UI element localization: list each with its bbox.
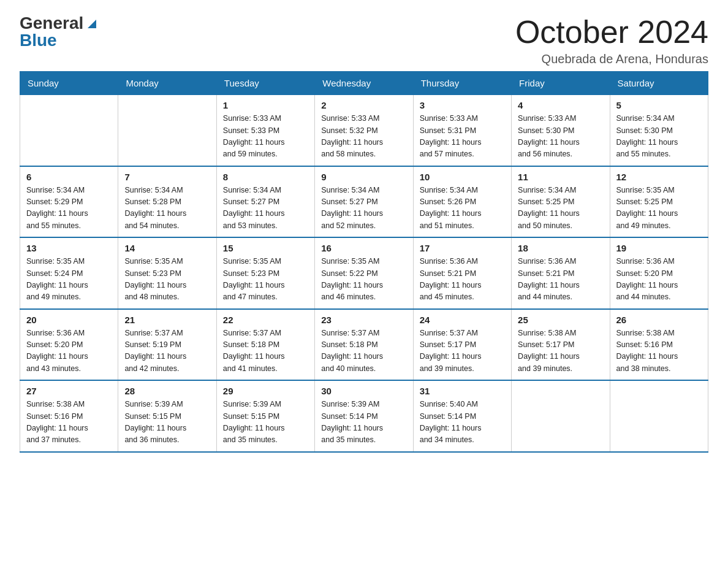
day-info: Sunrise: 5:34 AM Sunset: 5:25 PM Dayligh… <box>518 185 603 232</box>
day-number: 25 <box>518 315 603 325</box>
day-info: Sunrise: 5:39 AM Sunset: 5:15 PM Dayligh… <box>223 399 308 446</box>
calendar-cell: 4Sunrise: 5:33 AM Sunset: 5:30 PM Daylig… <box>512 95 610 166</box>
day-number: 9 <box>321 172 406 182</box>
month-title: October 2024 <box>515 15 708 50</box>
calendar-cell: 24Sunrise: 5:37 AM Sunset: 5:17 PM Dayli… <box>413 309 511 381</box>
day-number: 27 <box>26 386 112 396</box>
page-header: General Blue October 2024 Quebrada de Ar… <box>20 15 708 66</box>
location-title: Quebrada de Arena, Honduras <box>515 52 708 66</box>
day-info: Sunrise: 5:34 AM Sunset: 5:27 PM Dayligh… <box>223 185 308 232</box>
day-number: 6 <box>26 172 112 182</box>
calendar-cell: 11Sunrise: 5:34 AM Sunset: 5:25 PM Dayli… <box>512 166 610 238</box>
day-number: 30 <box>321 386 406 396</box>
logo-blue-text: Blue <box>20 32 57 49</box>
day-number: 8 <box>223 172 308 182</box>
calendar-week-row: 6Sunrise: 5:34 AM Sunset: 5:29 PM Daylig… <box>20 166 708 238</box>
day-number: 22 <box>223 315 308 325</box>
day-info: Sunrise: 5:36 AM Sunset: 5:21 PM Dayligh… <box>518 256 603 304</box>
day-number: 11 <box>518 172 603 182</box>
day-number: 19 <box>616 243 702 253</box>
calendar-cell: 3Sunrise: 5:33 AM Sunset: 5:31 PM Daylig… <box>413 95 511 166</box>
weekday-header-tuesday: Tuesday <box>216 72 314 95</box>
day-info: Sunrise: 5:40 AM Sunset: 5:14 PM Dayligh… <box>420 399 505 446</box>
day-number: 24 <box>420 315 505 325</box>
weekday-header-sunday: Sunday <box>20 72 118 95</box>
day-info: Sunrise: 5:38 AM Sunset: 5:16 PM Dayligh… <box>616 327 702 375</box>
day-number: 7 <box>124 172 210 182</box>
day-info: Sunrise: 5:38 AM Sunset: 5:17 PM Dayligh… <box>518 327 603 375</box>
day-number: 5 <box>616 100 702 110</box>
calendar-cell: 31Sunrise: 5:40 AM Sunset: 5:14 PM Dayli… <box>413 380 511 452</box>
calendar-cell <box>118 95 216 166</box>
day-number: 14 <box>124 243 210 253</box>
day-number: 2 <box>321 100 406 110</box>
day-number: 21 <box>124 315 210 325</box>
logo: General Blue <box>20 15 99 49</box>
calendar-cell <box>20 95 118 166</box>
calendar-cell: 22Sunrise: 5:37 AM Sunset: 5:18 PM Dayli… <box>216 309 314 381</box>
calendar-cell: 6Sunrise: 5:34 AM Sunset: 5:29 PM Daylig… <box>20 166 118 238</box>
weekday-header-row: SundayMondayTuesdayWednesdayThursdayFrid… <box>20 72 708 95</box>
calendar-cell: 30Sunrise: 5:39 AM Sunset: 5:14 PM Dayli… <box>315 380 413 452</box>
day-info: Sunrise: 5:35 AM Sunset: 5:23 PM Dayligh… <box>223 256 308 304</box>
calendar-cell: 9Sunrise: 5:34 AM Sunset: 5:27 PM Daylig… <box>315 166 413 238</box>
calendar-cell: 2Sunrise: 5:33 AM Sunset: 5:32 PM Daylig… <box>315 95 413 166</box>
calendar-week-row: 20Sunrise: 5:36 AM Sunset: 5:20 PM Dayli… <box>20 309 708 381</box>
day-info: Sunrise: 5:37 AM Sunset: 5:18 PM Dayligh… <box>223 327 308 375</box>
calendar-week-row: 13Sunrise: 5:35 AM Sunset: 5:24 PM Dayli… <box>20 237 708 309</box>
day-info: Sunrise: 5:35 AM Sunset: 5:25 PM Dayligh… <box>616 185 702 232</box>
title-section: October 2024 Quebrada de Arena, Honduras <box>515 15 708 66</box>
day-info: Sunrise: 5:39 AM Sunset: 5:15 PM Dayligh… <box>124 399 210 446</box>
weekday-header-monday: Monday <box>118 72 216 95</box>
logo-triangle-icon <box>85 17 99 31</box>
day-info: Sunrise: 5:37 AM Sunset: 5:19 PM Dayligh… <box>124 327 210 375</box>
day-number: 12 <box>616 172 702 182</box>
day-number: 26 <box>616 315 702 325</box>
day-number: 18 <box>518 243 603 253</box>
day-number: 20 <box>26 315 112 325</box>
calendar-cell: 13Sunrise: 5:35 AM Sunset: 5:24 PM Dayli… <box>20 237 118 309</box>
day-info: Sunrise: 5:34 AM Sunset: 5:30 PM Dayligh… <box>616 113 702 161</box>
day-info: Sunrise: 5:39 AM Sunset: 5:14 PM Dayligh… <box>321 399 406 446</box>
calendar-cell: 15Sunrise: 5:35 AM Sunset: 5:23 PM Dayli… <box>216 237 314 309</box>
day-info: Sunrise: 5:37 AM Sunset: 5:18 PM Dayligh… <box>321 327 406 375</box>
svg-marker-0 <box>88 20 96 28</box>
day-number: 17 <box>420 243 505 253</box>
day-number: 1 <box>223 100 308 110</box>
day-info: Sunrise: 5:33 AM Sunset: 5:33 PM Dayligh… <box>223 113 308 161</box>
calendar-cell: 28Sunrise: 5:39 AM Sunset: 5:15 PM Dayli… <box>118 380 216 452</box>
calendar-cell: 10Sunrise: 5:34 AM Sunset: 5:26 PM Dayli… <box>413 166 511 238</box>
weekday-header-friday: Friday <box>512 72 610 95</box>
calendar-cell: 21Sunrise: 5:37 AM Sunset: 5:19 PM Dayli… <box>118 309 216 381</box>
day-info: Sunrise: 5:34 AM Sunset: 5:28 PM Dayligh… <box>124 185 210 232</box>
day-info: Sunrise: 5:34 AM Sunset: 5:29 PM Dayligh… <box>26 185 112 232</box>
calendar-cell: 1Sunrise: 5:33 AM Sunset: 5:33 PM Daylig… <box>216 95 314 166</box>
calendar-table: SundayMondayTuesdayWednesdayThursdayFrid… <box>20 71 708 453</box>
calendar-cell: 19Sunrise: 5:36 AM Sunset: 5:20 PM Dayli… <box>610 237 708 309</box>
day-info: Sunrise: 5:35 AM Sunset: 5:22 PM Dayligh… <box>321 256 406 304</box>
calendar-cell: 16Sunrise: 5:35 AM Sunset: 5:22 PM Dayli… <box>315 237 413 309</box>
weekday-header-wednesday: Wednesday <box>315 72 413 95</box>
day-number: 23 <box>321 315 406 325</box>
calendar-cell: 25Sunrise: 5:38 AM Sunset: 5:17 PM Dayli… <box>512 309 610 381</box>
calendar-cell: 18Sunrise: 5:36 AM Sunset: 5:21 PM Dayli… <box>512 237 610 309</box>
weekday-header-saturday: Saturday <box>610 72 708 95</box>
calendar-cell: 7Sunrise: 5:34 AM Sunset: 5:28 PM Daylig… <box>118 166 216 238</box>
day-info: Sunrise: 5:37 AM Sunset: 5:17 PM Dayligh… <box>420 327 505 375</box>
day-info: Sunrise: 5:36 AM Sunset: 5:20 PM Dayligh… <box>26 327 112 375</box>
day-number: 13 <box>26 243 112 253</box>
day-info: Sunrise: 5:35 AM Sunset: 5:23 PM Dayligh… <box>124 256 210 304</box>
day-number: 4 <box>518 100 603 110</box>
calendar-cell: 26Sunrise: 5:38 AM Sunset: 5:16 PM Dayli… <box>610 309 708 381</box>
calendar-cell: 29Sunrise: 5:39 AM Sunset: 5:15 PM Dayli… <box>216 380 314 452</box>
day-info: Sunrise: 5:38 AM Sunset: 5:16 PM Dayligh… <box>26 399 112 446</box>
calendar-cell: 12Sunrise: 5:35 AM Sunset: 5:25 PM Dayli… <box>610 166 708 238</box>
day-number: 10 <box>420 172 505 182</box>
calendar-cell: 27Sunrise: 5:38 AM Sunset: 5:16 PM Dayli… <box>20 380 118 452</box>
calendar-week-row: 27Sunrise: 5:38 AM Sunset: 5:16 PM Dayli… <box>20 380 708 452</box>
calendar-cell: 23Sunrise: 5:37 AM Sunset: 5:18 PM Dayli… <box>315 309 413 381</box>
calendar-cell <box>512 380 610 452</box>
day-info: Sunrise: 5:34 AM Sunset: 5:26 PM Dayligh… <box>420 185 505 232</box>
day-info: Sunrise: 5:33 AM Sunset: 5:30 PM Dayligh… <box>518 113 603 161</box>
day-number: 29 <box>223 386 308 396</box>
